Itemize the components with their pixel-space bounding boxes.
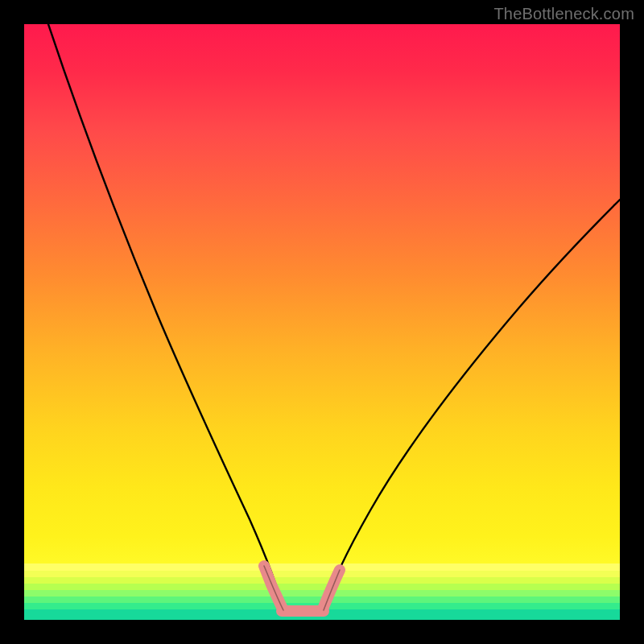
curve-layer [24, 24, 620, 620]
left-curve [48, 24, 283, 610]
watermark-text: TheBottleneck.com [493, 5, 634, 23]
right-curve [324, 200, 620, 610]
plot-area [24, 24, 620, 620]
chart-frame: TheBottleneck.com [0, 0, 644, 644]
